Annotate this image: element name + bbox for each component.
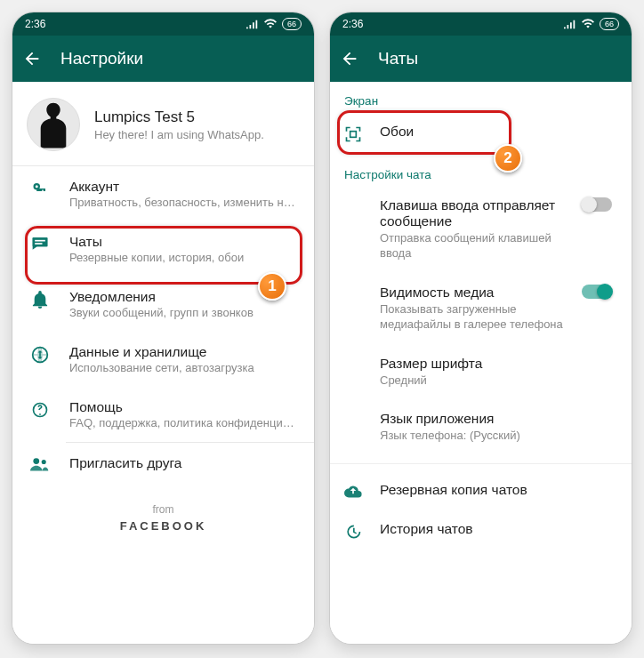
item-sub: Звуки сообщений, групп и звонков: [69, 306, 298, 319]
item-title: Пригласить друга: [69, 455, 298, 471]
settings-item-chats[interactable]: Чаты Резервные копии, история, обои: [12, 221, 314, 277]
battery-icon: 66: [600, 18, 619, 30]
battery-icon: 66: [282, 18, 302, 30]
item-sub: Использование сети, автозагрузка: [69, 361, 298, 374]
row-sub: Показывать загруженные медиафайлы в гале…: [380, 302, 573, 333]
bell-icon: [32, 291, 48, 309]
phone-left: 2:36 66 Настройки Lumpics Test 5 Hey the…: [12, 12, 314, 644]
back-button[interactable]: [20, 46, 44, 71]
status-bar: 2:36 66: [12, 12, 314, 36]
app-bar: Чаты: [330, 36, 632, 82]
svg-rect-7: [350, 132, 357, 138]
row-title: Видимость медиа: [380, 285, 573, 301]
row-title: Размер шрифта: [380, 356, 608, 372]
item-sub: Приватность, безопасность, изменить номе…: [69, 196, 298, 209]
row-font-size[interactable]: Размер шрифта Средний: [330, 345, 632, 401]
svg-rect-1: [35, 240, 45, 242]
row-title: Клавиша ввода отправляет сообщение: [380, 197, 573, 229]
row-sub: Средний: [380, 373, 608, 389]
row-title: История чатов: [380, 521, 608, 537]
row-title: Резервная копия чатов: [380, 482, 608, 498]
switch-media-visibility[interactable]: [582, 285, 612, 299]
item-title: Аккаунт: [69, 179, 298, 195]
settings-item-account[interactable]: Аккаунт Приватность, безопасность, измен…: [12, 166, 314, 221]
status-icons: 66: [564, 18, 619, 30]
row-title: Язык приложения: [380, 411, 608, 427]
key-icon: [32, 181, 48, 197]
wifi-icon: [582, 19, 594, 29]
svg-point-5: [33, 458, 39, 464]
signal-icon: [564, 19, 576, 29]
item-title: Чаты: [69, 234, 298, 250]
profile-status: Hey there! I am using WhatsApp.: [94, 128, 264, 141]
wifi-icon: [264, 19, 277, 29]
status-time: 2:36: [25, 18, 45, 30]
help-icon: [31, 401, 49, 419]
settings-item-help[interactable]: Помощь FAQ, поддержка, политика конфиден…: [12, 387, 314, 442]
section-chat-settings: Настройки чата: [330, 156, 632, 187]
footer-brand: from FACEBOOK: [12, 484, 314, 547]
item-title: Помощь: [69, 399, 298, 415]
item-sub: Резервные копии, история, обои: [69, 251, 298, 264]
row-enter-send[interactable]: Клавиша ввода отправляет сообщение Отпра…: [330, 187, 632, 274]
settings-item-data[interactable]: Данные и хранилище Использование сети, а…: [12, 332, 314, 387]
signal-icon: [246, 19, 259, 29]
item-title: Уведомления: [69, 289, 298, 305]
svg-rect-0: [33, 237, 48, 246]
chats-settings-content: Экран Обои Настройки чата Клавиша ввода …: [330, 82, 632, 644]
row-sub: Отправка сообщений клавишей ввода: [380, 231, 573, 261]
item-title: Данные и хранилище: [69, 344, 298, 360]
phone-right: 2:36 66 Чаты Экран Обои Настройки чата К…: [330, 12, 632, 644]
item-sub: FAQ, поддержка, политика конфиденциальн.…: [69, 416, 298, 429]
profile-name: Lumpics Test 5: [94, 108, 264, 126]
row-history[interactable]: История чатов: [330, 510, 632, 553]
svg-point-6: [42, 460, 46, 464]
people-icon: [30, 457, 50, 471]
chat-icon: [31, 236, 49, 252]
data-icon: [31, 346, 49, 364]
settings-item-invite[interactable]: Пригласить друга: [12, 443, 314, 484]
avatar: [27, 98, 80, 151]
row-wallpaper[interactable]: Обои: [330, 113, 632, 156]
profile-row[interactable]: Lumpics Test 5 Hey there! I am using Wha…: [12, 82, 314, 165]
cloud-upload-icon: [344, 484, 362, 498]
status-time: 2:36: [342, 18, 363, 30]
section-screen: Экран: [330, 82, 632, 113]
wallpaper-icon: [344, 125, 362, 143]
svg-rect-2: [35, 243, 42, 245]
arrow-left-icon: [22, 49, 42, 68]
settings-item-notifications[interactable]: Уведомления Звуки сообщений, групп и зво…: [12, 277, 314, 332]
arrow-left-icon: [340, 49, 359, 68]
row-backup[interactable]: Резервная копия чатов: [330, 471, 632, 510]
app-bar: Настройки: [12, 36, 314, 82]
row-sub: Язык телефона: (Русский): [380, 429, 608, 444]
page-title: Настройки: [60, 49, 143, 68]
history-icon: [344, 523, 362, 541]
page-title: Чаты: [378, 49, 418, 68]
switch-enter-send[interactable]: [582, 197, 612, 212]
row-app-language[interactable]: Язык приложения Язык телефона: (Русский): [330, 400, 632, 456]
row-title: Обои: [380, 124, 608, 140]
row-media-visibility[interactable]: Видимость медиа Показывать загруженные м…: [330, 274, 632, 345]
status-bar: 2:36 66: [330, 12, 632, 36]
settings-content: Lumpics Test 5 Hey there! I am using Wha…: [12, 82, 314, 644]
back-button[interactable]: [337, 46, 362, 71]
status-icons: 66: [246, 18, 302, 30]
